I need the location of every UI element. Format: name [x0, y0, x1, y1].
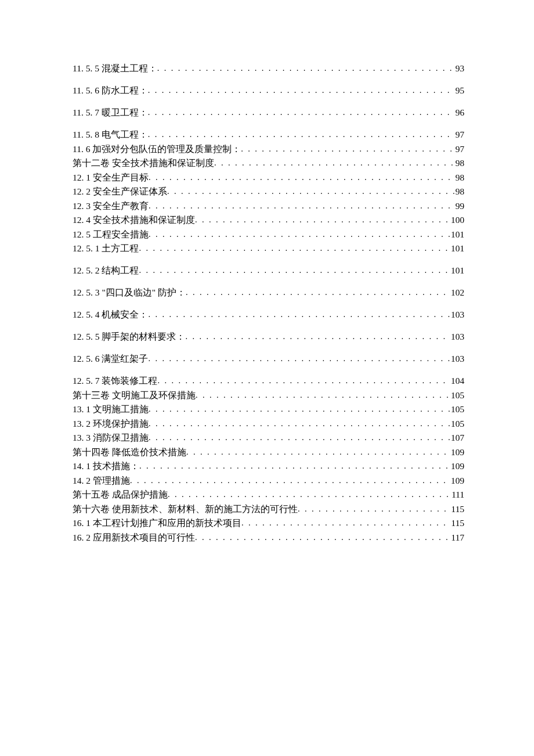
toc-dot-leader	[149, 420, 450, 428]
toc-entry: 12. 5. 1 土方工程101	[73, 244, 464, 253]
toc-entry-title: 第十四卷 降低造价技术措施	[73, 448, 186, 457]
toc-entry-title: 第十二卷 安全技术措施和保证制度	[73, 159, 214, 168]
toc-dot-leader	[157, 64, 454, 73]
toc-entry-title: 13. 3 消防保卫措施	[73, 433, 149, 442]
toc-entry: 12. 5. 5 脚手架的材料要求：103	[73, 332, 464, 341]
toc-dot-leader	[149, 405, 450, 413]
toc-dot-leader	[130, 477, 450, 485]
toc-entry: 16. 1 本工程计划推广和应用的新技术项目115	[73, 519, 464, 528]
toc-entry-page: 101	[450, 230, 464, 239]
toc-entry: 11. 5. 7 暖卫工程：96	[73, 108, 464, 117]
toc-entry: 第十六卷 使用新技术、新材料、新的施工方法的可行性115	[73, 505, 464, 514]
toc-entry-title: 12. 5 工程安全措施	[73, 230, 149, 239]
toc-dot-leader	[148, 355, 449, 363]
toc-dot-leader	[148, 131, 454, 139]
toc-entry-page: 115	[450, 505, 464, 514]
toc-entry-page: 103	[450, 354, 464, 363]
toc-entry: 11. 5. 5 混凝土工程：93	[73, 64, 464, 73]
toc-dot-leader	[149, 231, 450, 239]
toc-entry-page: 98	[454, 187, 465, 196]
toc-entry: 第十二卷 安全技术措施和保证制度98	[73, 159, 464, 168]
toc-entry: 12. 5. 6 满堂红架子103	[73, 354, 464, 363]
toc-dot-leader	[148, 87, 454, 95]
toc-entry: 13. 3 消防保卫措施107	[73, 433, 464, 442]
toc-entry-page: 100	[450, 215, 464, 225]
toc-dot-leader	[139, 462, 450, 470]
table-of-contents: 11. 5. 5 混凝土工程：9311. 5. 6 防水工程：9511. 5. …	[73, 64, 464, 542]
toc-entry-page: 103	[450, 332, 464, 341]
toc-entry: 14. 1 技术措施：109	[73, 462, 464, 471]
toc-entry-title: 11. 5. 6 防水工程：	[73, 86, 148, 95]
toc-entry: 12. 2 安全生产保证体系98	[73, 187, 464, 196]
toc-entry: 12. 1 安全生产目标98	[73, 173, 464, 182]
toc-entry-title: 12. 5. 6 满堂红架子	[73, 354, 148, 363]
toc-entry-title: 12. 1 安全生产目标	[73, 173, 149, 182]
toc-dot-leader	[167, 188, 454, 196]
toc-entry: 12. 5 工程安全措施101	[73, 230, 464, 239]
toc-entry: 13. 2 环境保护措施105	[73, 419, 464, 429]
toc-entry: 12. 5. 2 结构工程101	[73, 266, 464, 275]
toc-entry-title: 16. 2 应用新技术项目的可行性	[73, 533, 195, 542]
toc-dot-leader	[139, 267, 449, 275]
toc-entry-title: 12. 5. 7 装饰装修工程	[73, 376, 157, 386]
toc-entry-page: 98	[454, 173, 465, 182]
toc-entry-page: 93	[454, 64, 465, 73]
toc-entry-page: 97	[454, 130, 465, 139]
toc-entry-title: 11. 5. 5 混凝土工程：	[73, 64, 157, 73]
toc-entry-title: 11. 5. 7 暖卫工程：	[73, 108, 148, 117]
toc-entry: 11. 5. 8 电气工程：97	[73, 130, 464, 139]
toc-entry: 12. 5. 7 装饰装修工程104	[73, 376, 464, 386]
toc-dot-leader	[148, 311, 449, 319]
toc-entry-page: 101	[450, 244, 464, 253]
toc-dot-leader	[186, 289, 450, 297]
toc-entry-title: 12. 5. 1 土方工程	[73, 244, 139, 253]
toc-entry-page: 105	[450, 419, 464, 429]
toc-entry-title: 11. 5. 8 电气工程：	[73, 130, 148, 139]
toc-entry: 16. 2 应用新技术项目的可行性117	[73, 533, 464, 542]
toc-entry-page: 105	[450, 405, 464, 414]
toc-dot-leader	[139, 244, 449, 253]
toc-entry-title: 12. 5. 5 脚手架的材料要求：	[73, 332, 185, 341]
toc-entry: 第十四卷 降低造价技术措施109	[73, 448, 464, 457]
toc-dot-leader	[185, 333, 449, 341]
toc-entry-title: 12. 5. 3 "四口及临边" 防护：	[73, 288, 186, 297]
toc-entry-page: 115	[450, 519, 464, 528]
toc-entry-title: 14. 1 技术措施：	[73, 462, 139, 471]
toc-entry-page: 98	[454, 159, 465, 168]
toc-entry-title: 12. 2 安全生产保证体系	[73, 187, 167, 196]
toc-entry: 13. 1 文明施工措施105	[73, 405, 464, 414]
toc-entry: 12. 4 安全技术措施和保证制度100	[73, 215, 464, 225]
toc-entry-title: 第十五卷 成品保护措施	[73, 490, 168, 499]
toc-dot-leader	[195, 216, 450, 224]
toc-entry-title: 第十六卷 使用新技术、新材料、新的施工方法的可行性	[73, 505, 298, 514]
toc-entry: 12. 5. 4 机械安全：103	[73, 310, 464, 319]
toc-entry-title: 14. 2 管理措施	[73, 476, 130, 485]
toc-entry-title: 12. 3 安全生产教育	[73, 201, 149, 211]
toc-entry: 14. 2 管理措施109	[73, 476, 464, 485]
toc-entry: 12. 3 安全生产教育99	[73, 201, 464, 211]
toc-entry-page: 111	[450, 490, 464, 499]
toc-entry-title: 12. 5. 2 结构工程	[73, 266, 139, 275]
toc-dot-leader	[186, 448, 450, 456]
toc-entry: 12. 5. 3 "四口及临边" 防护：102	[73, 288, 464, 297]
toc-dot-leader	[241, 145, 454, 153]
toc-dot-leader	[149, 434, 450, 442]
toc-dot-leader	[149, 174, 454, 182]
toc-entry: 第十五卷 成品保护措施111	[73, 490, 464, 499]
toc-dot-leader	[149, 202, 454, 210]
toc-entry-page: 107	[450, 433, 464, 442]
toc-entry-title: 13. 1 文明施工措施	[73, 405, 149, 414]
toc-dot-leader	[241, 519, 450, 527]
toc-entry-page: 109	[450, 462, 464, 471]
toc-dot-leader	[196, 391, 450, 399]
toc-entry: 11. 6 加强对分包队伍的管理及质量控制：97	[73, 145, 464, 154]
toc-dot-leader	[195, 534, 450, 542]
toc-entry-page: 109	[450, 476, 464, 485]
toc-entry-page: 95	[454, 86, 465, 95]
toc-entry-title: 第十三卷 文明施工及环保措施	[73, 391, 196, 400]
toc-entry-title: 13. 2 环境保护措施	[73, 419, 149, 429]
toc-entry-title: 12. 4 安全技术措施和保证制度	[73, 215, 195, 225]
toc-entry: 11. 5. 6 防水工程：95	[73, 86, 464, 95]
toc-entry-title: 12. 5. 4 机械安全：	[73, 310, 148, 319]
toc-entry-page: 96	[454, 108, 465, 117]
